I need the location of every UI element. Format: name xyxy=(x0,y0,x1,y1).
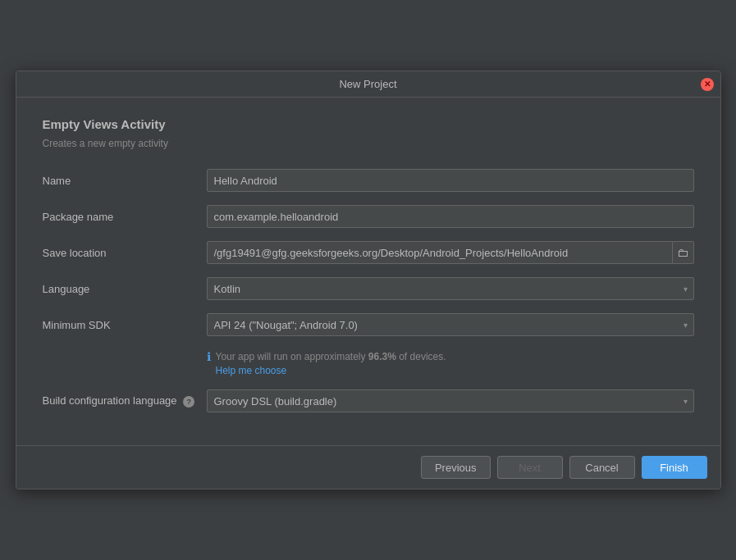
package-name-label: Package name xyxy=(43,211,207,223)
new-project-dialog: New Project ✕ Empty Views Activity Creat… xyxy=(16,71,721,489)
save-location-label: Save location xyxy=(43,247,207,259)
min-sdk-row: Minimum SDK API 24 ("Nougat"; Android 7.… xyxy=(43,313,694,336)
min-sdk-label: Minimum SDK xyxy=(43,319,207,331)
cancel-button[interactable]: Cancel xyxy=(569,456,635,479)
build-config-select-wrapper: Groovy DSL (build.gradle) Kotlin DSL (bu… xyxy=(207,389,694,412)
section-title: Empty Views Activity xyxy=(43,117,694,131)
save-location-row: Save location 🗀 xyxy=(43,241,694,264)
save-location-input[interactable] xyxy=(207,241,673,264)
help-me-choose-link[interactable]: Help me choose xyxy=(216,365,287,376)
language-select[interactable]: Kotlin Java xyxy=(207,277,694,300)
language-label: Language xyxy=(43,283,207,295)
build-config-row: Build configuration language ? Groovy DS… xyxy=(43,389,694,412)
name-input[interactable] xyxy=(207,169,694,192)
package-name-input[interactable] xyxy=(207,205,694,228)
build-config-select[interactable]: Groovy DSL (build.gradle) Kotlin DSL (bu… xyxy=(207,389,694,412)
dialog-content: Empty Views Activity Creates a new empty… xyxy=(16,98,720,445)
language-row: Language Kotlin Java ▾ xyxy=(43,277,694,300)
dialog-title: New Project xyxy=(339,78,396,90)
name-label: Name xyxy=(43,175,207,187)
build-config-label: Build configuration language ? xyxy=(43,394,207,407)
save-location-field: 🗀 xyxy=(207,241,694,264)
browse-folder-button[interactable]: 🗀 xyxy=(673,241,694,264)
min-sdk-select-wrapper: API 24 ("Nougat"; Android 7.0) API 21 ("… xyxy=(207,313,694,336)
info-text-after: of devices. xyxy=(396,351,446,362)
previous-button[interactable]: Previous xyxy=(421,456,491,479)
next-button: Next xyxy=(497,456,563,479)
close-icon: ✕ xyxy=(704,80,711,89)
finish-button[interactable]: Finish xyxy=(642,456,707,479)
folder-icon: 🗀 xyxy=(677,246,688,259)
info-icon: ℹ xyxy=(207,350,211,363)
min-sdk-select[interactable]: API 24 ("Nougat"; Android 7.0) API 21 ("… xyxy=(207,313,694,336)
name-row: Name xyxy=(43,169,694,192)
info-text-before: Your app will run on approximately xyxy=(216,351,368,362)
close-button[interactable]: ✕ xyxy=(701,78,714,91)
info-row: ℹ Your app will run on approximately 96.… xyxy=(207,349,694,376)
question-icon[interactable]: ? xyxy=(183,396,194,407)
package-name-row: Package name xyxy=(43,205,694,228)
language-select-wrapper: Kotlin Java ▾ xyxy=(207,277,694,300)
info-percentage: 96.3% xyxy=(368,351,396,362)
info-text-block: Your app will run on approximately 96.3%… xyxy=(216,349,446,376)
title-bar: New Project ✕ xyxy=(16,71,720,98)
section-subtitle: Creates a new empty activity xyxy=(43,138,694,149)
dialog-footer: Previous Next Cancel Finish xyxy=(16,445,720,489)
